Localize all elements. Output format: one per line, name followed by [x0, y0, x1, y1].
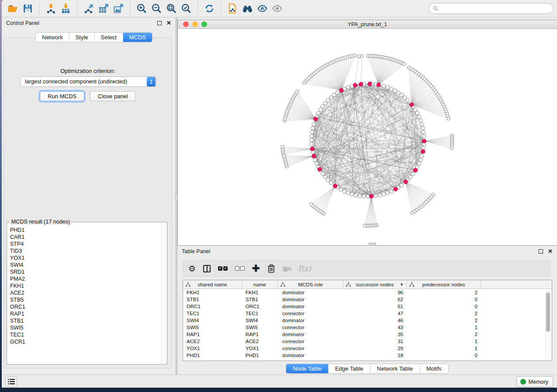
column-header-mcds-role[interactable]: MCDS role: [278, 280, 343, 289]
result-item[interactable]: ACE2: [7, 289, 161, 296]
zoom-selected-button[interactable]: [179, 2, 194, 16]
tab-node-table[interactable]: Node Table: [286, 364, 329, 373]
cell-shared-name: ACE2: [183, 339, 242, 344]
result-item[interactable]: FKH1: [7, 282, 161, 289]
share-document-icon: [227, 3, 238, 14]
cell-successors: 18: [343, 353, 407, 358]
table-row[interactable]: YOX1YOX1connector291: [183, 345, 552, 352]
function-builder-button[interactable]: f(x): [298, 262, 311, 275]
hide-selected-button[interactable]: [255, 2, 270, 16]
control-panel-float-button[interactable]: [157, 21, 162, 25]
save-button[interactable]: [20, 2, 35, 16]
tab-network-table[interactable]: Network Table: [370, 364, 420, 373]
panel-menu-button[interactable]: [5, 376, 17, 387]
deselect-all-rows-button[interactable]: [235, 262, 245, 275]
cell-successors: 61: [343, 304, 407, 309]
run-mcds-button[interactable]: Run MCDS: [40, 91, 84, 101]
column-header-shared-name[interactable]: shared name: [183, 280, 242, 289]
tab-motifs[interactable]: Motifs: [420, 364, 448, 373]
delete-table-button[interactable]: ▦⊗: [283, 262, 291, 275]
zoom-out-icon: [151, 3, 162, 14]
export-image-button[interactable]: [111, 2, 126, 16]
cell-predecessors: 2: [407, 332, 481, 337]
table-row[interactable]: TEC1TEC1connector472: [183, 310, 552, 317]
table-row[interactable]: PHD1PHD1dominator180: [183, 352, 552, 359]
result-item[interactable]: STP4: [7, 241, 161, 248]
select-all-rows-button[interactable]: ✓✓: [218, 262, 228, 275]
memory-button[interactable]: Memory: [516, 376, 553, 387]
result-item[interactable]: STB5: [7, 296, 161, 303]
cell-shared-name: YOX1: [183, 346, 242, 351]
export-network-button[interactable]: [81, 2, 96, 16]
memory-status-icon: [520, 379, 526, 385]
result-item[interactable]: ORC1: [7, 303, 161, 310]
cell-successors: 96: [343, 290, 407, 295]
result-item[interactable]: GCR1: [7, 338, 161, 345]
table-row[interactable]: ORC1ORC1dominator610: [183, 303, 552, 310]
mcds-result-list: PHD1 CAR1 STP4 TID3 YOX1 SWI4 SRD1 PMA2 …: [7, 223, 161, 364]
import-network-button[interactable]: [43, 2, 58, 16]
share-document-button[interactable]: [225, 2, 240, 16]
cell-predecessors: 2: [407, 311, 481, 316]
column-header-filler: [481, 280, 552, 289]
search-input[interactable]: [441, 6, 549, 12]
network-graph[interactable]: [178, 29, 557, 245]
close-panel-button[interactable]: Close panel: [90, 91, 136, 101]
result-item[interactable]: TEC1: [7, 331, 161, 338]
result-item[interactable]: STB1: [7, 317, 161, 324]
result-item[interactable]: PMA2: [7, 275, 161, 282]
table-row[interactable]: SWI5SWI5connector431: [183, 324, 552, 331]
zoom-out-button[interactable]: [149, 2, 164, 16]
tab-style[interactable]: Style: [69, 33, 95, 42]
column-header-name[interactable]: name: [242, 280, 278, 289]
export-table-button[interactable]: [96, 2, 111, 16]
result-item[interactable]: SWI4: [7, 261, 161, 268]
table-panel-close-button[interactable]: ✕: [548, 249, 553, 254]
search-icon: [433, 6, 439, 11]
control-panel-close-button[interactable]: ✕: [166, 21, 171, 25]
open-file-button[interactable]: [5, 2, 20, 16]
table-row[interactable]: ACE2ACE2connector311: [183, 338, 552, 345]
tab-select[interactable]: Select: [95, 33, 123, 42]
table-row[interactable]: STB1STB1dominator620: [183, 296, 552, 303]
result-item[interactable]: YOX1: [7, 254, 161, 261]
import-table-button[interactable]: [58, 2, 73, 16]
show-all-button[interactable]: [270, 2, 284, 16]
result-item[interactable]: CAR1: [7, 234, 161, 241]
control-panel-titlebar: Control Panel ✕: [2, 17, 176, 29]
add-column-button[interactable]: ✚: [252, 262, 260, 275]
table-row[interactable]: RAP1RAP1dominator352: [183, 331, 552, 338]
table-scrollbar-thumb[interactable]: [546, 292, 550, 332]
table-row[interactable]: FKH1FKH1dominator962: [183, 289, 552, 296]
zoom-fit-button[interactable]: [164, 2, 179, 16]
tab-edge-table[interactable]: Edge Table: [329, 364, 370, 373]
column-header-predecessor-nodes[interactable]: predecessor nodes: [407, 280, 481, 289]
cell-name: YOX1: [242, 346, 278, 351]
show-columns-button[interactable]: [203, 262, 211, 275]
network-canvas[interactable]: [178, 29, 557, 245]
delete-column-button[interactable]: [267, 262, 275, 275]
divider-drag-handle-horizontal[interactable]: [369, 243, 376, 246]
result-item[interactable]: RAP1: [7, 310, 161, 317]
result-item[interactable]: SWI5: [7, 324, 161, 331]
result-item[interactable]: TID3: [7, 248, 161, 254]
column-header-successor-nodes[interactable]: successor nodes ▼: [343, 280, 407, 289]
refresh-button[interactable]: [202, 2, 217, 16]
table-panel-float-button[interactable]: [539, 249, 543, 254]
sort-descending-icon: ▼: [400, 282, 404, 287]
cell-name: STB1: [242, 297, 278, 302]
cell-shared-name: FKH1: [183, 290, 242, 295]
search-network-button[interactable]: [240, 2, 255, 16]
table-panel-titlebar: Table Panel ✕: [177, 246, 557, 257]
export-network-icon: [83, 3, 94, 14]
result-list-scrollbar[interactable]: [161, 223, 166, 364]
tab-network[interactable]: Network: [36, 33, 69, 42]
table-row[interactable]: SWI4SWI4dominator462: [183, 317, 552, 324]
table-settings-button[interactable]: ⚙: [188, 262, 196, 275]
result-item[interactable]: PHD1: [7, 227, 161, 234]
tab-mcds[interactable]: MCDS: [123, 33, 152, 42]
mcds-tab-panel: Network Style Select MCDS Optimization c…: [3, 38, 172, 368]
criterion-select[interactable]: largest connected component (undirected)…: [20, 76, 156, 87]
result-item[interactable]: SRD1: [7, 268, 161, 275]
zoom-in-button[interactable]: [134, 2, 149, 16]
